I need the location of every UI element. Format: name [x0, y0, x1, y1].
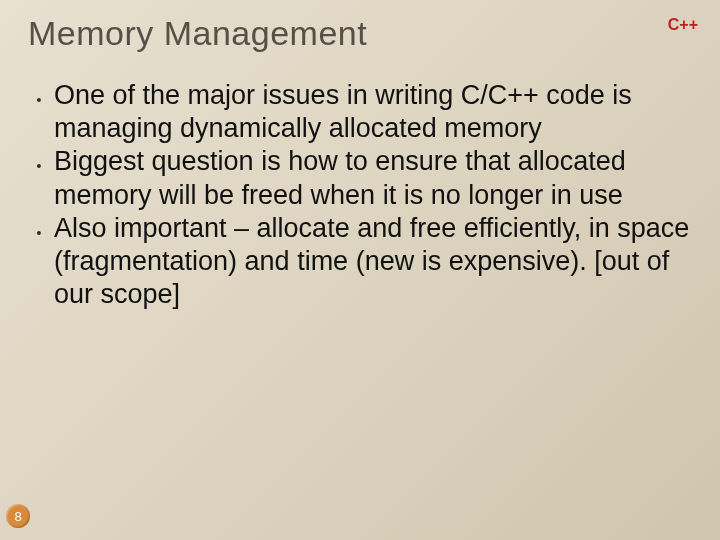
page-number: 8	[14, 509, 21, 524]
slide: Memory Management C++ • One of the major…	[0, 0, 720, 540]
bullet-icon: •	[34, 158, 44, 174]
bullet-list: • One of the major issues in writing C/C…	[28, 79, 692, 311]
list-item: • One of the major issues in writing C/C…	[34, 79, 692, 145]
bullet-icon: •	[34, 92, 44, 108]
bullet-text: Also important – allocate and free effic…	[54, 212, 692, 312]
bullet-icon: •	[34, 225, 44, 241]
page-title: Memory Management	[28, 14, 367, 53]
list-item: • Biggest question is how to ensure that…	[34, 145, 692, 211]
list-item: • Also important – allocate and free eff…	[34, 212, 692, 312]
cpp-badge: C++	[668, 16, 698, 34]
header-row: Memory Management C++	[28, 14, 692, 53]
bullet-text: One of the major issues in writing C/C++…	[54, 79, 692, 145]
bullet-text: Biggest question is how to ensure that a…	[54, 145, 692, 211]
page-number-badge: 8	[6, 504, 30, 528]
